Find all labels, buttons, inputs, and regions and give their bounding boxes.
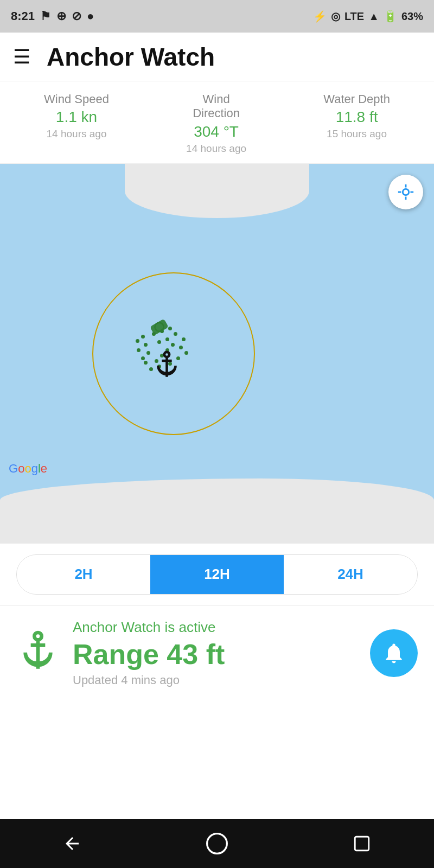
anchor-info: Anchor Watch is active Range 43 ft Updat… (73, 619, 357, 687)
time-24h-button[interactable]: 24H (284, 555, 417, 594)
wind-direction-label: WindDirection (193, 92, 240, 121)
home-button[interactable] (201, 827, 233, 860)
anchor-icon-large (16, 627, 60, 679)
add-icon: ⊕ (56, 9, 66, 23)
wind-direction-value: 304 °T (194, 123, 239, 141)
wind-direction-time: 14 hours ago (186, 143, 246, 155)
land-bottom (0, 478, 434, 544)
watch-radius-circle (92, 272, 255, 435)
status-bar: 8:21 ⚑ ⊕ ⊘ ● ⚡ ◎ LTE ▲ 🔋 63% (0, 0, 434, 33)
map-area[interactable]: Google (0, 164, 434, 544)
water-depth-time: 15 hours ago (327, 128, 387, 140)
svg-point-0 (403, 189, 409, 195)
notification-bell-button[interactable] (370, 629, 418, 677)
google-watermark: Google (9, 462, 47, 476)
svg-point-7 (207, 834, 227, 854)
status-left: 8:21 ⚑ ⊕ ⊘ ● (11, 9, 94, 23)
anchor-updated-text: Updated 4 mins ago (73, 673, 357, 687)
wind-speed-time: 14 hours ago (47, 128, 107, 140)
land-top (125, 164, 309, 218)
water-depth-label: Water Depth (323, 92, 390, 106)
app-bar: ☰ Anchor Watch (0, 33, 434, 81)
battery-percent: 63% (401, 10, 423, 23)
bluetooth-icon: ⚡ (313, 10, 327, 23)
notification-icon: ⚑ (40, 9, 51, 23)
time-2h-button[interactable]: 2H (17, 555, 150, 594)
time-button-group: 2H 12H 24H (16, 554, 418, 595)
status-right: ⚡ ◎ LTE ▲ 🔋 63% (313, 10, 423, 23)
wind-direction-metric: WindDirection 304 °T 14 hours ago (186, 92, 246, 155)
signal-icon: ● (87, 9, 94, 23)
hamburger-menu-icon[interactable]: ☰ (13, 46, 30, 68)
water-depth-metric: Water Depth 11.8 ft 15 hours ago (323, 92, 390, 140)
wifi-icon: ◎ (331, 10, 340, 23)
recents-button[interactable] (346, 827, 378, 860)
position-history-cluster (125, 318, 222, 389)
battery-icon: 🔋 (384, 10, 397, 23)
back-button[interactable] (56, 827, 88, 860)
anchor-active-text: Anchor Watch is active (73, 619, 357, 636)
wind-speed-metric: Wind Speed 1.1 kn 14 hours ago (44, 92, 109, 140)
anchor-range-text: Range 43 ft (73, 639, 357, 670)
svg-rect-8 (355, 837, 369, 851)
time-display: 8:21 (11, 9, 35, 23)
time-selector: 2H 12H 24H (0, 544, 434, 606)
signal-strength-icon: ▲ (368, 10, 379, 23)
navigation-bar (0, 819, 434, 868)
metrics-bar: Wind Speed 1.1 kn 14 hours ago WindDirec… (0, 81, 434, 164)
wind-speed-label: Wind Speed (44, 92, 109, 106)
location-button[interactable] (388, 175, 423, 209)
water-depth-value: 11.8 ft (336, 108, 378, 126)
svg-rect-5 (150, 318, 169, 335)
anchor-watch-circle-area (92, 272, 255, 435)
lte-icon: LTE (344, 10, 364, 23)
anchor-status-panel: Anchor Watch is active Range 43 ft Updat… (0, 606, 434, 704)
wind-speed-value: 1.1 kn (56, 108, 97, 126)
wifi-off-icon: ⊘ (72, 9, 81, 23)
time-12h-button[interactable]: 12H (150, 555, 284, 594)
app-title: Anchor Watch (47, 42, 215, 72)
